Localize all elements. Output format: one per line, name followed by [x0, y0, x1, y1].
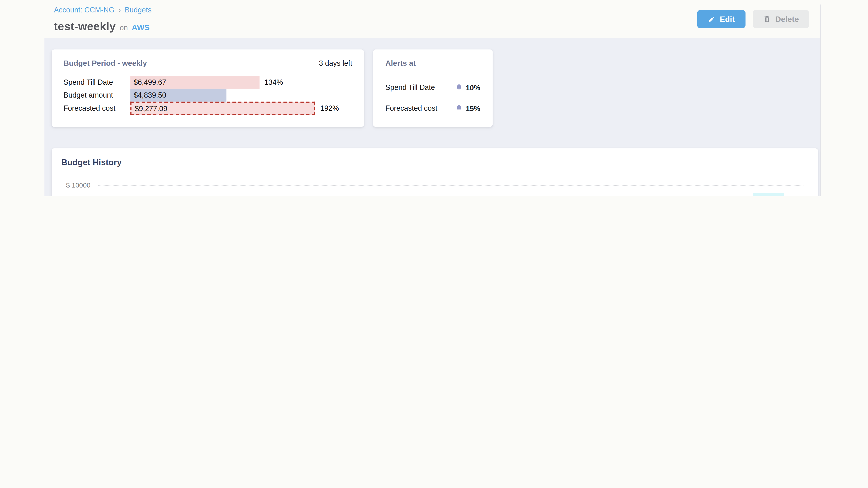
forecasted-cost-label: Forecasted cost: [64, 104, 116, 112]
budget-detail-page: Account: CCM-NG›Budgets test-weekly on A…: [0, 0, 868, 196]
budget-amount-row: Budget amount $4,839.50: [52, 89, 364, 102]
spend-till-date-label: Spend Till Date: [64, 78, 113, 86]
days-left-label: 3 days left: [319, 59, 352, 67]
gridline-10000: [98, 185, 803, 186]
bell-icon: [456, 103, 463, 113]
budget-amount-bar: $4,839.50: [130, 89, 227, 102]
content-container: Budget Period - weekly 3 days left Spend…: [44, 38, 820, 196]
alerts-title: Alerts at: [385, 59, 416, 67]
forecasted-weekly-cost-bar[interactable]: [753, 193, 784, 196]
alert-row-forecast: Forecasted cost 15%: [373, 103, 493, 113]
forecasted-cost-value: $9,277.09: [131, 104, 167, 112]
pencil-icon: [708, 15, 715, 23]
forecasted-cost-row: Forecasted cost $9,277.09 192%: [52, 102, 364, 115]
breadcrumb-budgets-link[interactable]: Budgets: [125, 6, 152, 14]
title-on-text: on: [120, 24, 128, 32]
alert-forecast-label: Forecasted cost: [385, 104, 437, 112]
spend-till-date-percent: 134%: [265, 78, 283, 86]
budget-history-title: Budget History: [61, 157, 122, 167]
alert-forecast-threshold: 15%: [466, 104, 480, 112]
budget-history-card: Budget History $ 10000$ 019 Apr 2025 - 2…: [52, 148, 818, 196]
edit-button[interactable]: Edit: [697, 10, 745, 28]
alert-spend-threshold: 10%: [466, 84, 480, 92]
bell-icon: [456, 83, 463, 93]
page-title-row: test-weekly on AWS: [54, 20, 150, 33]
delete-button[interactable]: Delete: [753, 10, 809, 28]
breadcrumb-separator: ›: [119, 6, 121, 14]
spend-till-date-value: $6,499.67: [130, 78, 166, 86]
forecasted-cost-percent: 192%: [320, 104, 339, 112]
page-title: test-weekly: [54, 20, 116, 33]
scrollbar-track-border: [820, 4, 821, 196]
budget-amount-label: Budget amount: [64, 91, 113, 99]
trash-icon: [763, 15, 771, 23]
alerts-card: Alerts at Spend Till Date 10% Forecasted…: [373, 50, 493, 127]
forecasted-cost-bar: $9,277.09: [130, 102, 315, 115]
alert-row-spend: Spend Till Date 10%: [373, 83, 493, 93]
alert-spend-label: Spend Till Date: [385, 83, 435, 92]
spend-till-date-bar: $6,499.67: [130, 76, 259, 89]
spend-till-date-row: Spend Till Date $6,499.67 134%: [52, 76, 364, 89]
breadcrumb-account-link[interactable]: Account: CCM-NG: [54, 6, 115, 14]
budget-amount-value: $4,839.50: [130, 91, 166, 99]
breadcrumb: Account: CCM-NG›Budgets: [54, 6, 152, 14]
y-axis-max-label: $ 10000: [63, 182, 90, 189]
title-platform: AWS: [132, 23, 150, 32]
budget-period-title: Budget Period - weekly: [64, 59, 147, 67]
budget-period-card: Budget Period - weekly 3 days left Spend…: [52, 50, 364, 127]
